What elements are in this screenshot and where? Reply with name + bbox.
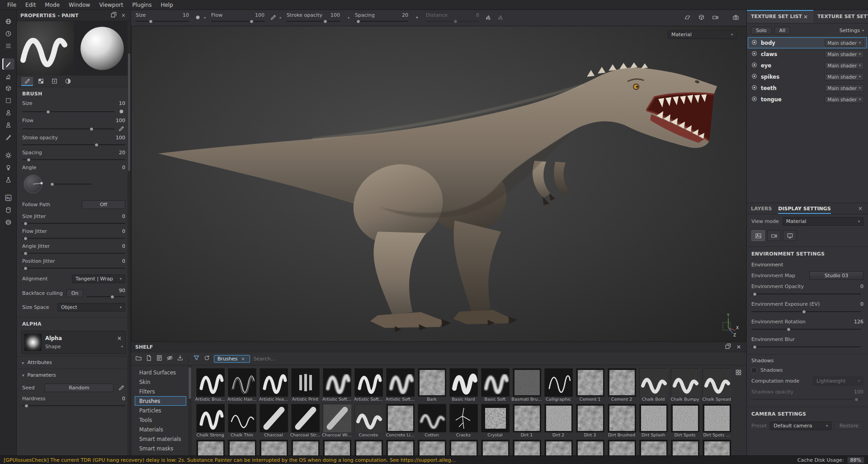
menu-edit[interactable]: Edit <box>21 0 40 9</box>
toolbar-distance-slider[interactable] <box>426 19 479 24</box>
layer-stack[interactable] <box>2 40 14 52</box>
close-icon[interactable]: × <box>802 14 809 20</box>
angle-slider[interactable] <box>50 182 92 186</box>
clone-tool[interactable] <box>2 119 14 131</box>
edit-seed-icon[interactable] <box>117 384 125 391</box>
brush-item-basic-hard[interactable]: Basic Hard <box>448 368 479 402</box>
camera-mode-icon[interactable] <box>712 14 719 22</box>
refresh-icon[interactable] <box>203 355 210 363</box>
remove-filter-icon[interactable]: × <box>240 356 246 361</box>
size-slider[interactable] <box>22 109 114 114</box>
position-jitter-slider[interactable] <box>22 266 125 270</box>
smudge-tool[interactable] <box>2 107 14 118</box>
brush-item-artistic-soft-[interactable]: Artistic Soft... <box>321 368 353 402</box>
brush-item-dirt-spots-[interactable]: Dirt Spots ... <box>701 404 732 438</box>
brush-item-artistic-brus-[interactable]: Artistic Brus... <box>194 368 226 402</box>
category-skin[interactable]: Skin <box>135 377 186 387</box>
computation-mode-dropdown[interactable]: Lightweight ▾ <box>813 377 863 385</box>
brush-item-cracks[interactable]: Cracks <box>448 404 479 438</box>
snapshot-history[interactable] <box>2 28 14 39</box>
gpu-warning-text[interactable]: [GPUIssuesCheck] The current TDR (GPU ha… <box>4 457 797 463</box>
brush-preset-icon[interactable]: ▾ <box>194 14 206 22</box>
shader-dropdown[interactable]: Main shader▾ <box>825 62 864 69</box>
brush-item-crystal[interactable]: Crystal <box>479 404 511 438</box>
brush-item-concrete[interactable]: Concrete <box>353 404 384 438</box>
tab-texture-set-settings[interactable]: TEXTURE SET SETTINGS <box>813 10 868 23</box>
brush-item[interactable] <box>194 440 226 455</box>
hide-resources-icon[interactable] <box>166 355 173 363</box>
category-smart-materials[interactable]: Smart materials <box>135 434 186 444</box>
brush-item-calligraphic[interactable]: Calligraphic <box>542 368 574 402</box>
category-materials[interactable]: Materials <box>135 425 186 434</box>
attributes-section[interactable]: ▸Attributes <box>17 356 131 369</box>
brush-item-dirt-brushed[interactable]: Dirt Brushed <box>606 404 637 438</box>
tab-brush[interactable] <box>21 77 33 86</box>
alpha-card[interactable]: Alpha× Shape▾ <box>21 331 126 354</box>
brush-item[interactable] <box>384 440 416 455</box>
brush-item-basic-soft[interactable]: Basic Soft <box>479 368 511 402</box>
environment-rotation-slider[interactable] <box>751 327 861 331</box>
view-mode-dropdown[interactable]: Material ▾ <box>783 217 863 226</box>
tab-texture-set-list[interactable]: TEXTURE SET LIST × <box>747 10 813 23</box>
shader-dropdown[interactable]: Main shader▾ <box>825 73 864 80</box>
brush-item[interactable] <box>416 440 448 455</box>
spacing-slider[interactable] <box>22 157 125 162</box>
environment-map-button[interactable]: Studio 03 <box>809 271 863 280</box>
brush-item-cotton[interactable]: Cotton <box>416 404 448 438</box>
settings-dropdown[interactable]: Settings ▾ <box>840 28 864 33</box>
geometry-sphere[interactable] <box>2 217 14 228</box>
shadows-opacity-slider[interactable] <box>751 397 861 402</box>
flow-jitter-slider[interactable] <box>22 236 125 241</box>
viewport-3d[interactable]: Material ▾ Y X Z <box>131 26 746 341</box>
close-icon[interactable]: × <box>857 205 864 212</box>
brush-item-cement-2[interactable]: Cement 2 <box>606 368 637 402</box>
tab-material[interactable] <box>62 77 74 86</box>
brush-item[interactable] <box>542 440 574 455</box>
brush-item-artistic-print[interactable]: Artistic Print <box>289 368 321 402</box>
environment-opacity-slider[interactable] <box>751 292 861 296</box>
brush-item-chalk-bold[interactable]: Chalk Bold <box>637 368 669 402</box>
flow-profile-icon[interactable]: ▾ <box>270 14 281 22</box>
grid-view-icon[interactable] <box>735 369 742 377</box>
menu-viewport[interactable]: Viewport <box>94 0 127 9</box>
brush-item-chalk-strong[interactable]: Chalk Strong <box>194 404 226 438</box>
menu-file[interactable]: File <box>3 0 21 9</box>
shader-dropdown[interactable]: Main shader▾ <box>825 96 864 103</box>
brush-item-dirt-3[interactable]: Dirt 3 <box>574 404 606 438</box>
menu-mode[interactable]: Mode <box>40 0 64 9</box>
toolbar-stroke-opacity-slider[interactable] <box>287 19 340 24</box>
opacity-preset-icon[interactable]: ▾ <box>345 16 349 20</box>
paint-tool[interactable] <box>2 58 14 70</box>
projection-tool[interactable] <box>2 83 14 94</box>
axis-gizmo[interactable]: Y X Z <box>719 312 740 337</box>
brush-item-artistic-soft-[interactable]: Artistic Soft... <box>384 368 416 402</box>
brush-item-dirt-spots[interactable]: Dirt Spots <box>669 404 701 438</box>
solo-radio-icon[interactable] <box>751 39 758 47</box>
solo-radio-icon[interactable] <box>751 50 758 58</box>
brush-item-charcoal-wi-[interactable]: Charcoal Wi... <box>321 404 353 438</box>
brush-item-chalk-spread[interactable]: Chalk Spread <box>701 368 732 402</box>
environment-view-button[interactable] <box>751 230 765 241</box>
import-resources-icon[interactable] <box>177 355 184 363</box>
tab-alpha[interactable] <box>35 77 47 86</box>
brush-item-chalk-thin[interactable]: Chalk Thin <box>226 404 258 438</box>
display-view-button[interactable] <box>783 230 797 241</box>
brush-item[interactable] <box>701 440 732 455</box>
environment-tool[interactable] <box>2 150 14 161</box>
brush-item-concrete-li-[interactable]: Concrete Li... <box>384 404 416 438</box>
category-filters[interactable]: Filters <box>135 387 186 396</box>
brush-item[interactable] <box>448 440 479 455</box>
category-particles[interactable]: Particles <box>135 406 186 415</box>
restore-button[interactable]: Restore <box>835 422 863 430</box>
solo-radio-icon[interactable] <box>751 95 758 104</box>
brush-item-dirt-2[interactable]: Dirt 2 <box>542 404 574 438</box>
brush-item-charcoal[interactable]: Charcoal <box>258 404 289 438</box>
size-space-dropdown[interactable]: Object▾ <box>57 303 125 312</box>
texture-set-row-eye[interactable]: eyeMain shader▾ <box>748 60 867 71</box>
brush-item[interactable] <box>258 440 289 455</box>
display-plane-icon[interactable] <box>684 14 691 22</box>
backface-slider[interactable] <box>87 294 125 299</box>
camera-preset-dropdown[interactable]: Default camera ▾ <box>770 421 831 430</box>
new-resource-icon[interactable] <box>146 355 152 363</box>
solo-radio-icon[interactable] <box>751 73 758 81</box>
